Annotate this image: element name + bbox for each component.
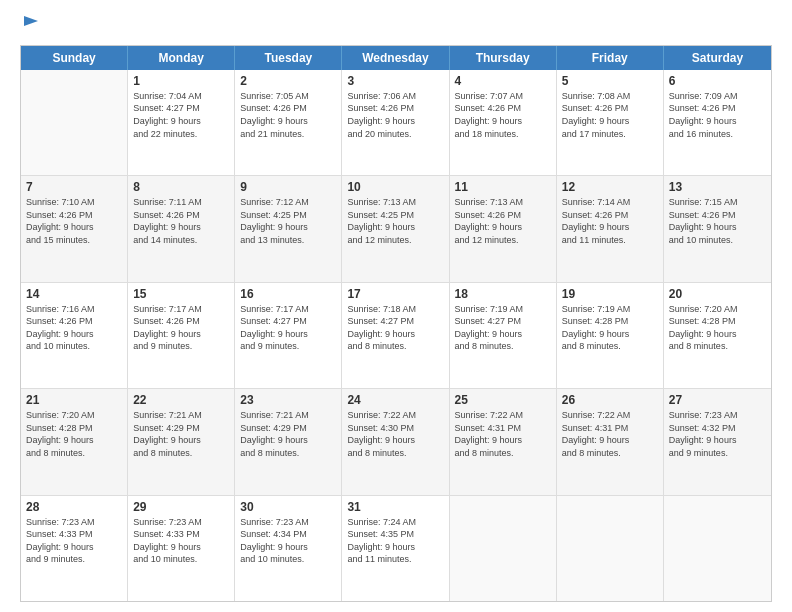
day-number: 30 <box>240 500 336 514</box>
day-info: Sunrise: 7:20 AM Sunset: 4:28 PM Dayligh… <box>669 303 766 353</box>
day-info: Sunrise: 7:12 AM Sunset: 4:25 PM Dayligh… <box>240 196 336 246</box>
day-info: Sunrise: 7:20 AM Sunset: 4:28 PM Dayligh… <box>26 409 122 459</box>
day-number: 9 <box>240 180 336 194</box>
header <box>20 16 772 37</box>
day-number: 12 <box>562 180 658 194</box>
day-info: Sunrise: 7:17 AM Sunset: 4:27 PM Dayligh… <box>240 303 336 353</box>
day-number: 18 <box>455 287 551 301</box>
day-number: 7 <box>26 180 122 194</box>
calendar-week-4: 21Sunrise: 7:20 AM Sunset: 4:28 PM Dayli… <box>21 389 771 495</box>
calendar-week-3: 14Sunrise: 7:16 AM Sunset: 4:26 PM Dayli… <box>21 283 771 389</box>
calendar-cell: 20Sunrise: 7:20 AM Sunset: 4:28 PM Dayli… <box>664 283 771 388</box>
day-number: 26 <box>562 393 658 407</box>
day-number: 27 <box>669 393 766 407</box>
day-number: 4 <box>455 74 551 88</box>
day-info: Sunrise: 7:11 AM Sunset: 4:26 PM Dayligh… <box>133 196 229 246</box>
calendar-cell <box>557 496 664 601</box>
calendar-week-1: 1Sunrise: 7:04 AM Sunset: 4:27 PM Daylig… <box>21 70 771 176</box>
day-number: 13 <box>669 180 766 194</box>
day-number: 29 <box>133 500 229 514</box>
day-number: 25 <box>455 393 551 407</box>
calendar-cell: 9Sunrise: 7:12 AM Sunset: 4:25 PM Daylig… <box>235 176 342 281</box>
day-info: Sunrise: 7:22 AM Sunset: 4:30 PM Dayligh… <box>347 409 443 459</box>
calendar-cell: 14Sunrise: 7:16 AM Sunset: 4:26 PM Dayli… <box>21 283 128 388</box>
calendar-cell <box>664 496 771 601</box>
weekday-header-sunday: Sunday <box>21 46 128 70</box>
day-number: 23 <box>240 393 336 407</box>
calendar-cell: 24Sunrise: 7:22 AM Sunset: 4:30 PM Dayli… <box>342 389 449 494</box>
day-number: 17 <box>347 287 443 301</box>
day-info: Sunrise: 7:17 AM Sunset: 4:26 PM Dayligh… <box>133 303 229 353</box>
calendar-cell: 18Sunrise: 7:19 AM Sunset: 4:27 PM Dayli… <box>450 283 557 388</box>
calendar-cell: 7Sunrise: 7:10 AM Sunset: 4:26 PM Daylig… <box>21 176 128 281</box>
calendar-cell: 10Sunrise: 7:13 AM Sunset: 4:25 PM Dayli… <box>342 176 449 281</box>
day-info: Sunrise: 7:18 AM Sunset: 4:27 PM Dayligh… <box>347 303 443 353</box>
day-number: 10 <box>347 180 443 194</box>
calendar-cell <box>450 496 557 601</box>
day-info: Sunrise: 7:07 AM Sunset: 4:26 PM Dayligh… <box>455 90 551 140</box>
calendar-week-5: 28Sunrise: 7:23 AM Sunset: 4:33 PM Dayli… <box>21 496 771 601</box>
day-info: Sunrise: 7:23 AM Sunset: 4:32 PM Dayligh… <box>669 409 766 459</box>
calendar-cell: 25Sunrise: 7:22 AM Sunset: 4:31 PM Dayli… <box>450 389 557 494</box>
day-info: Sunrise: 7:15 AM Sunset: 4:26 PM Dayligh… <box>669 196 766 246</box>
calendar-week-2: 7Sunrise: 7:10 AM Sunset: 4:26 PM Daylig… <box>21 176 771 282</box>
calendar-cell: 28Sunrise: 7:23 AM Sunset: 4:33 PM Dayli… <box>21 496 128 601</box>
day-info: Sunrise: 7:16 AM Sunset: 4:26 PM Dayligh… <box>26 303 122 353</box>
calendar-cell <box>21 70 128 175</box>
calendar: SundayMondayTuesdayWednesdayThursdayFrid… <box>20 45 772 602</box>
logo-text <box>20 16 40 37</box>
day-info: Sunrise: 7:04 AM Sunset: 4:27 PM Dayligh… <box>133 90 229 140</box>
day-info: Sunrise: 7:24 AM Sunset: 4:35 PM Dayligh… <box>347 516 443 566</box>
calendar-cell: 29Sunrise: 7:23 AM Sunset: 4:33 PM Dayli… <box>128 496 235 601</box>
calendar-cell: 26Sunrise: 7:22 AM Sunset: 4:31 PM Dayli… <box>557 389 664 494</box>
calendar-cell: 3Sunrise: 7:06 AM Sunset: 4:26 PM Daylig… <box>342 70 449 175</box>
day-number: 11 <box>455 180 551 194</box>
weekday-header-wednesday: Wednesday <box>342 46 449 70</box>
calendar-cell: 31Sunrise: 7:24 AM Sunset: 4:35 PM Dayli… <box>342 496 449 601</box>
calendar-cell: 21Sunrise: 7:20 AM Sunset: 4:28 PM Dayli… <box>21 389 128 494</box>
calendar-cell: 11Sunrise: 7:13 AM Sunset: 4:26 PM Dayli… <box>450 176 557 281</box>
calendar-cell: 22Sunrise: 7:21 AM Sunset: 4:29 PM Dayli… <box>128 389 235 494</box>
day-number: 2 <box>240 74 336 88</box>
calendar-cell: 2Sunrise: 7:05 AM Sunset: 4:26 PM Daylig… <box>235 70 342 175</box>
logo <box>20 16 40 37</box>
day-number: 6 <box>669 74 766 88</box>
day-number: 24 <box>347 393 443 407</box>
calendar-cell: 27Sunrise: 7:23 AM Sunset: 4:32 PM Dayli… <box>664 389 771 494</box>
calendar-cell: 8Sunrise: 7:11 AM Sunset: 4:26 PM Daylig… <box>128 176 235 281</box>
day-info: Sunrise: 7:14 AM Sunset: 4:26 PM Dayligh… <box>562 196 658 246</box>
logo-flag-icon <box>22 14 40 32</box>
calendar-cell: 15Sunrise: 7:17 AM Sunset: 4:26 PM Dayli… <box>128 283 235 388</box>
calendar-body: 1Sunrise: 7:04 AM Sunset: 4:27 PM Daylig… <box>21 70 771 601</box>
day-info: Sunrise: 7:19 AM Sunset: 4:27 PM Dayligh… <box>455 303 551 353</box>
day-number: 28 <box>26 500 122 514</box>
day-info: Sunrise: 7:13 AM Sunset: 4:25 PM Dayligh… <box>347 196 443 246</box>
day-number: 1 <box>133 74 229 88</box>
calendar-cell: 12Sunrise: 7:14 AM Sunset: 4:26 PM Dayli… <box>557 176 664 281</box>
day-number: 16 <box>240 287 336 301</box>
day-number: 15 <box>133 287 229 301</box>
day-info: Sunrise: 7:10 AM Sunset: 4:26 PM Dayligh… <box>26 196 122 246</box>
calendar-cell: 13Sunrise: 7:15 AM Sunset: 4:26 PM Dayli… <box>664 176 771 281</box>
day-info: Sunrise: 7:09 AM Sunset: 4:26 PM Dayligh… <box>669 90 766 140</box>
day-number: 22 <box>133 393 229 407</box>
weekday-header-thursday: Thursday <box>450 46 557 70</box>
day-info: Sunrise: 7:19 AM Sunset: 4:28 PM Dayligh… <box>562 303 658 353</box>
day-info: Sunrise: 7:23 AM Sunset: 4:33 PM Dayligh… <box>133 516 229 566</box>
day-info: Sunrise: 7:23 AM Sunset: 4:34 PM Dayligh… <box>240 516 336 566</box>
page: SundayMondayTuesdayWednesdayThursdayFrid… <box>0 0 792 612</box>
weekday-header-saturday: Saturday <box>664 46 771 70</box>
calendar-cell: 17Sunrise: 7:18 AM Sunset: 4:27 PM Dayli… <box>342 283 449 388</box>
day-info: Sunrise: 7:06 AM Sunset: 4:26 PM Dayligh… <box>347 90 443 140</box>
day-number: 5 <box>562 74 658 88</box>
calendar-cell: 16Sunrise: 7:17 AM Sunset: 4:27 PM Dayli… <box>235 283 342 388</box>
weekday-header-monday: Monday <box>128 46 235 70</box>
day-info: Sunrise: 7:13 AM Sunset: 4:26 PM Dayligh… <box>455 196 551 246</box>
svg-marker-0 <box>24 16 38 26</box>
weekday-header-tuesday: Tuesday <box>235 46 342 70</box>
day-info: Sunrise: 7:23 AM Sunset: 4:33 PM Dayligh… <box>26 516 122 566</box>
day-info: Sunrise: 7:05 AM Sunset: 4:26 PM Dayligh… <box>240 90 336 140</box>
calendar-cell: 1Sunrise: 7:04 AM Sunset: 4:27 PM Daylig… <box>128 70 235 175</box>
day-number: 20 <box>669 287 766 301</box>
calendar-cell: 30Sunrise: 7:23 AM Sunset: 4:34 PM Dayli… <box>235 496 342 601</box>
